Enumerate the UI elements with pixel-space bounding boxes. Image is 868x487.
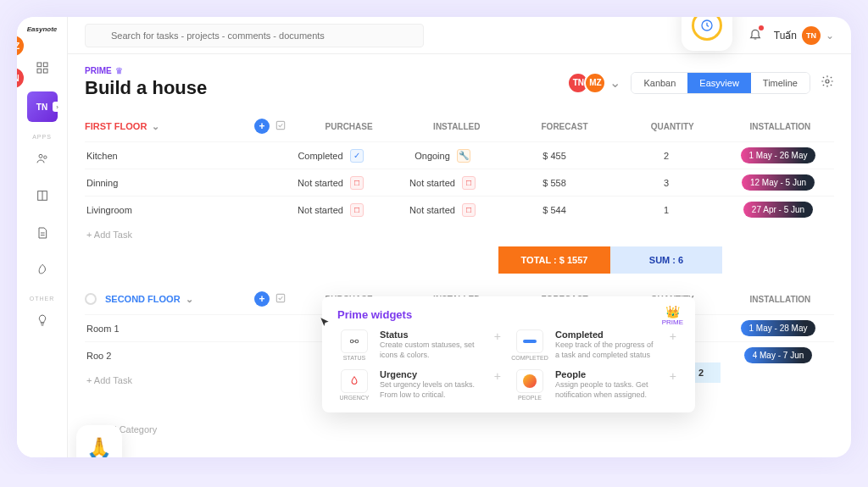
notifications-icon[interactable]: [748, 27, 762, 44]
svg-rect-4: [43, 69, 47, 73]
empty-box-icon[interactable]: □: [350, 203, 364, 217]
people-icon: [516, 369, 543, 393]
svg-rect-10: [276, 121, 284, 129]
workspace-avatar-mz[interactable]: MZ: [17, 34, 25, 58]
sidebar-people-icon[interactable]: [29, 145, 56, 172]
task-name[interactable]: Roo 2: [85, 351, 254, 361]
svg-point-13: [355, 340, 359, 343]
sidebar-leaf-icon[interactable]: [29, 257, 56, 284]
purchase-status[interactable]: Not started: [298, 178, 343, 188]
sidebar-dashboard-icon[interactable]: [29, 54, 56, 81]
total-forecast: TOTAL : $ 1557: [498, 246, 610, 274]
col-quantity: QUANTITY: [619, 122, 726, 131]
add-column-button[interactable]: +: [254, 291, 270, 307]
installed-status[interactable]: Not started: [409, 178, 455, 188]
sidebar-document-icon[interactable]: [29, 219, 56, 246]
add-task-button[interactable]: + Add Task: [85, 223, 834, 246]
table-row[interactable]: Livingroom Not started□ Not started□ $ 5…: [85, 196, 834, 223]
completed-icon: [516, 329, 543, 353]
section-totals: TOTAL : $ 1557 SUM : 6: [85, 246, 834, 274]
chevron-down-icon[interactable]: ⌄: [609, 75, 620, 91]
app-logo[interactable]: Easynote: [25, 25, 59, 39]
col-installation: INSTALLATION: [726, 295, 834, 304]
section-radio[interactable]: [85, 293, 97, 305]
date-range-pill[interactable]: 27 Apr - 5 Jun: [743, 202, 813, 218]
chevron-down-icon[interactable]: ⌄: [152, 121, 159, 132]
table-row[interactable]: Kitchen Completed✓ Ongoing🔧 $ 455 2 1 Ma…: [85, 141, 834, 169]
installed-status[interactable]: Ongoing: [415, 151, 450, 161]
task-name[interactable]: Livingroom: [85, 205, 254, 215]
widget-completed[interactable]: COMPLETED Completed Keep track of the pr…: [513, 329, 680, 361]
search-wrap: [85, 24, 424, 47]
date-range-pill[interactable]: 12 May - 5 Jun: [742, 174, 815, 191]
empty-box-icon[interactable]: □: [462, 203, 476, 217]
widget-icon-label: PEOPLE: [518, 395, 542, 401]
purchase-status[interactable]: Not started: [298, 205, 343, 215]
clock-icon: [700, 19, 714, 32]
task-name[interactable]: Dinning: [85, 178, 254, 188]
add-column-button[interactable]: +: [254, 119, 270, 134]
sidebar-board-icon[interactable]: [29, 182, 56, 209]
col-forecast: FORECAST: [510, 122, 618, 131]
widget-icon-label: STATUS: [343, 355, 366, 361]
sidebar-idea-icon[interactable]: [29, 307, 56, 334]
wrench-icon[interactable]: 🔧: [457, 149, 470, 163]
user-name: Tuấn: [774, 30, 797, 42]
sidebar-active-project[interactable]: TN ›: [27, 91, 58, 122]
search-input[interactable]: [85, 24, 424, 47]
svg-rect-1: [37, 63, 42, 67]
quantity-value[interactable]: 1: [610, 205, 722, 215]
forecast-value[interactable]: $ 544: [498, 205, 610, 215]
col-installed: INSTALLED: [403, 122, 510, 131]
section-name-first[interactable]: FIRST FLOOR ⌄: [85, 121, 254, 132]
widget-status[interactable]: STATUS Status Create custom statuses, se…: [337, 329, 504, 361]
add-widget-button[interactable]: +: [666, 329, 680, 343]
col-installation: INSTALLATION: [726, 122, 834, 131]
section-name-second[interactable]: SECOND FLOOR ⌄: [105, 294, 254, 305]
member-avatar-mz[interactable]: MZ: [584, 72, 606, 94]
widget-desc: Create custom statuses, set icons & colo…: [380, 340, 482, 360]
project-members[interactable]: TN MZ ⌄: [572, 72, 620, 94]
date-range-pill[interactable]: 4 May - 7 Jun: [744, 347, 813, 363]
section-header-first: FIRST FLOOR ⌄ + PURCHASE INSTALLED FOREC…: [85, 111, 834, 141]
empty-box-icon[interactable]: □: [350, 176, 364, 190]
add-widget-button[interactable]: +: [666, 369, 680, 383]
add-category-button[interactable]: Add Category: [85, 418, 834, 441]
settings-icon[interactable]: [821, 75, 834, 91]
quantity-value[interactable]: 2: [610, 151, 722, 161]
add-widget-button[interactable]: +: [491, 329, 504, 343]
svg-point-9: [826, 80, 829, 83]
add-widget-button[interactable]: +: [491, 369, 504, 383]
date-range-pill[interactable]: 1 May - 26 May: [741, 147, 816, 163]
installed-status[interactable]: Not started: [409, 205, 455, 215]
task-name[interactable]: Room 1: [85, 324, 254, 334]
checkbox-column-icon: [275, 292, 295, 306]
workspace-avatars: MZ TN: [17, 34, 25, 90]
check-icon[interactable]: ✓: [350, 149, 364, 163]
date-range-pill[interactable]: 1 May - 28 May: [741, 320, 816, 336]
view-switcher: Kanban Easyview Timeline: [631, 72, 810, 94]
forecast-value[interactable]: $ 558: [498, 178, 610, 188]
crown-icon: ♛: [115, 66, 123, 75]
prime-widgets-popover: Prime widgets 👑 PRIME STATUS Status Crea…: [322, 296, 695, 412]
forecast-value[interactable]: $ 455: [498, 151, 610, 161]
user-menu[interactable]: Tuấn TN ⌄: [774, 26, 834, 45]
page-title: Build a house: [85, 77, 207, 99]
table-row[interactable]: Dinning Not started□ Not started□ $ 558 …: [85, 169, 834, 196]
svg-point-5: [39, 154, 42, 158]
purchase-status[interactable]: Completed: [298, 151, 342, 161]
tab-kanban[interactable]: Kanban: [632, 73, 687, 93]
quantity-value[interactable]: 3: [610, 178, 722, 188]
widget-desc: Assign people to tasks. Get notification…: [555, 380, 658, 400]
tab-timeline[interactable]: Timeline: [751, 73, 810, 93]
svg-rect-3: [37, 69, 42, 73]
collaboration-badge: 🙏: [76, 425, 122, 457]
cursor-icon: [319, 317, 331, 329]
widget-urgency[interactable]: URGENCY Urgency Set urgency levels on ta…: [337, 369, 504, 401]
task-name[interactable]: Kitchen: [85, 151, 254, 161]
tab-easyview[interactable]: Easyview: [687, 73, 750, 93]
workspace-avatar-tn[interactable]: TN: [17, 66, 25, 90]
widget-people[interactable]: PEOPLE People Assign people to tasks. Ge…: [513, 369, 680, 401]
empty-box-icon[interactable]: □: [462, 176, 476, 190]
chevron-down-icon[interactable]: ⌄: [186, 294, 193, 305]
